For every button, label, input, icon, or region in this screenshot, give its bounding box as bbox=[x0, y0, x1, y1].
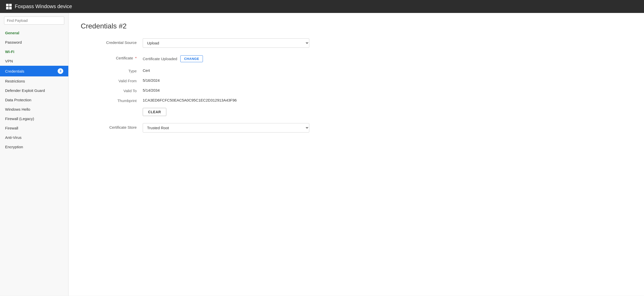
required-asterisk: * bbox=[134, 56, 137, 60]
cert-type-value: Cert bbox=[143, 68, 150, 73]
sidebar-item-firewall[interactable]: Firewall bbox=[0, 123, 68, 133]
cert-store-select[interactable]: Trusted Root My CA Root bbox=[143, 123, 309, 133]
change-button[interactable]: CHANGE bbox=[180, 55, 203, 62]
sidebar-item-label-defender: Defender Exploit Guard bbox=[5, 88, 45, 93]
cert-type-label: Type bbox=[81, 68, 137, 73]
sidebar-item-password[interactable]: Password bbox=[0, 38, 68, 47]
credential-source-row: Credential Source Upload SCEP PKCS bbox=[81, 38, 309, 48]
form-section: Credential Source Upload SCEP PKCS Certi… bbox=[81, 38, 309, 133]
sidebar-item-general[interactable]: General bbox=[0, 28, 68, 38]
clear-row: CLEAR bbox=[81, 108, 309, 116]
cert-uploaded-text: Certificate Uploaded bbox=[143, 57, 177, 61]
cert-type-row: Type Cert bbox=[81, 68, 309, 73]
valid-from-value: 5/16/2024 bbox=[143, 78, 160, 83]
thumbprint-value: 1CA3ED6FCFC50EAC5A0C95C1EC2D312913A43F96 bbox=[143, 98, 237, 103]
credential-source-label: Credential Source bbox=[81, 38, 137, 45]
app-header: Foxpass Windows device bbox=[0, 0, 644, 13]
sidebar: GeneralPasswordWi-FiVPNCredentials3Restr… bbox=[0, 13, 69, 296]
sidebar-item-vpn[interactable]: VPN bbox=[0, 56, 68, 66]
main-content: Credentials #2 Credential Source Upload … bbox=[69, 13, 644, 296]
page-title: Credentials #2 bbox=[81, 22, 632, 30]
layout: GeneralPasswordWi-FiVPNCredentials3Restr… bbox=[0, 13, 644, 296]
sidebar-item-label-vpn: VPN bbox=[5, 59, 13, 63]
sidebar-item-label-password: Password bbox=[5, 40, 22, 44]
credential-source-control: Upload SCEP PKCS bbox=[143, 38, 309, 48]
sidebar-item-label-general: General bbox=[5, 31, 19, 35]
app-title: Foxpass Windows device bbox=[15, 4, 72, 9]
badge-credentials: 3 bbox=[58, 68, 63, 74]
certificate-row: Certificate * Certificate Uploaded CHANG… bbox=[81, 54, 309, 62]
sidebar-item-label-anti-virus: Anti-Virus bbox=[5, 135, 22, 140]
sidebar-item-firewall-legacy[interactable]: Firewall (Legacy) bbox=[0, 114, 68, 123]
sidebar-item-anti-virus[interactable]: Anti-Virus bbox=[0, 133, 68, 142]
sidebar-item-data-protection[interactable]: Data Protection bbox=[0, 95, 68, 105]
sidebar-item-label-firewall-legacy: Firewall (Legacy) bbox=[5, 117, 34, 121]
sidebar-item-label-firewall: Firewall bbox=[5, 126, 18, 130]
sidebar-item-label-windows-hello: Windows Hello bbox=[5, 107, 30, 111]
sidebar-item-label-restrictions: Restrictions bbox=[5, 79, 25, 83]
sidebar-item-credentials[interactable]: Credentials3 bbox=[0, 66, 68, 76]
search-input[interactable] bbox=[4, 17, 64, 25]
sidebar-item-label-credentials: Credentials bbox=[5, 69, 24, 73]
valid-to-value: 5/14/2034 bbox=[143, 88, 160, 93]
cert-store-row: Certificate Store Trusted Root My CA Roo… bbox=[81, 123, 309, 133]
thumbprint-label: Thumbprint bbox=[81, 98, 137, 103]
sidebar-item-defender[interactable]: Defender Exploit Guard bbox=[0, 86, 68, 95]
sidebar-item-windows-hello[interactable]: Windows Hello bbox=[0, 105, 68, 114]
cert-store-control: Trusted Root My CA Root bbox=[143, 123, 309, 133]
cert-store-label: Certificate Store bbox=[81, 123, 137, 129]
sidebar-item-encryption[interactable]: Encryption bbox=[0, 142, 68, 152]
search-wrap bbox=[0, 17, 68, 28]
nav-list: GeneralPasswordWi-FiVPNCredentials3Restr… bbox=[0, 28, 68, 152]
sidebar-item-label-encryption: Encryption bbox=[5, 145, 23, 149]
sidebar-item-label-data-protection: Data Protection bbox=[5, 98, 31, 102]
valid-from-row: Valid From 5/16/2024 bbox=[81, 78, 309, 83]
sidebar-item-wifi[interactable]: Wi-Fi bbox=[0, 47, 68, 56]
credential-source-select[interactable]: Upload SCEP PKCS bbox=[143, 38, 309, 48]
thumbprint-row: Thumbprint 1CA3ED6FCFC50EAC5A0C95C1EC2D3… bbox=[81, 98, 309, 103]
sidebar-item-restrictions[interactable]: Restrictions bbox=[0, 76, 68, 86]
valid-to-row: Valid To 5/14/2034 bbox=[81, 88, 309, 93]
clear-button[interactable]: CLEAR bbox=[143, 108, 166, 116]
certificate-label: Certificate * bbox=[81, 54, 137, 60]
cert-uploaded-row: Certificate Uploaded CHANGE bbox=[143, 54, 309, 62]
sidebar-item-label-wifi: Wi-Fi bbox=[5, 50, 14, 54]
valid-from-label: Valid From bbox=[81, 78, 137, 83]
windows-icon bbox=[6, 4, 12, 9]
certificate-control: Certificate Uploaded CHANGE bbox=[143, 54, 309, 62]
valid-to-label: Valid To bbox=[81, 88, 137, 93]
